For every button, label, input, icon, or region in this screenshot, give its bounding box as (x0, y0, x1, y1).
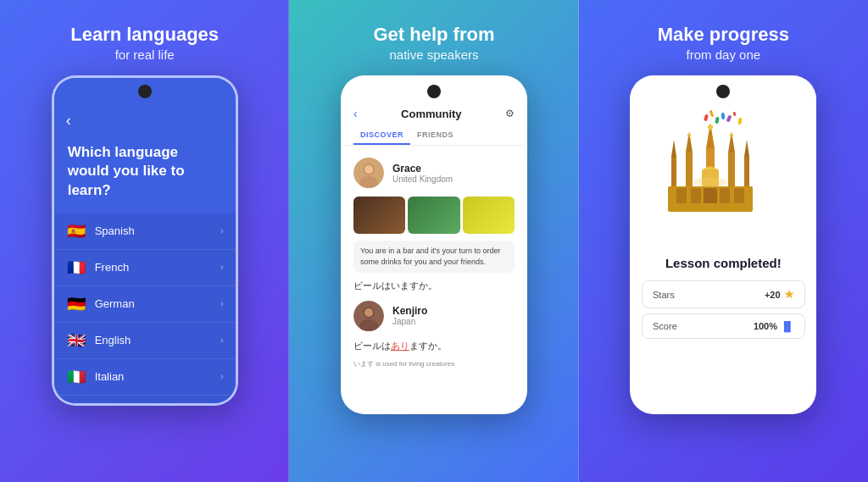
chevron-right-icon: › (220, 372, 223, 381)
language-item[interactable]: 🇮🇹 Italian › (54, 359, 236, 396)
lang-name: Spanish (95, 224, 221, 237)
phone1-inner: ‹ Which language would you like to learn… (54, 78, 236, 403)
svg-point-3 (364, 165, 373, 174)
filter-icon[interactable]: ⚙ (505, 108, 515, 119)
stars-value: +20 ★ (765, 288, 794, 301)
panel3-headline-bold: Make progress (658, 24, 789, 45)
phone-mockup-1: ‹ Which language would you like to learn… (52, 75, 238, 406)
language-item[interactable]: 🇩🇪 German › (54, 286, 236, 323)
tab-friends[interactable]: FRIENDS (410, 125, 460, 145)
stars-label: Stars (653, 290, 675, 300)
panel2-headline-bold: Get help (373, 24, 448, 45)
phone-mockup-3: Lesson completed! Stars +20 ★ Score 100%… (630, 75, 816, 414)
lang-name: French (95, 261, 221, 274)
back-arrow-icon[interactable]: ‹ (66, 112, 71, 130)
user-name-grace: Grace (392, 163, 453, 175)
svg-rect-21 (676, 188, 687, 203)
panel1-header: Learn languages for real life (53, 0, 236, 75)
tab-discover[interactable]: DISCOVER (353, 125, 410, 145)
photo-thumb-3 (463, 197, 515, 234)
lang-name: German (95, 297, 221, 310)
chevron-right-icon: › (220, 263, 223, 272)
language-item[interactable]: 🇯🇵 Japanese › (54, 396, 236, 407)
svg-rect-13 (728, 152, 735, 191)
user-row-kenjiro: Kenjiro Japan (343, 296, 525, 336)
user-info-grace: Grace United Kingdom (392, 163, 453, 184)
phone2-body: Grace United Kingdom You are in a bar an… (343, 146, 525, 412)
panel-community: Get help from native speakers ‹ Communit… (289, 0, 578, 482)
phone-mockup-2: ‹ Community ⚙ DISCOVER FRIENDS (341, 75, 527, 414)
japanese-line1: ビールはいますか。 (343, 276, 525, 296)
lang-flag: 🇯🇵 (66, 403, 86, 407)
language-item[interactable]: 🇪🇸 Spanish › (54, 213, 236, 250)
svg-rect-24 (734, 188, 744, 203)
svg-point-26 (693, 177, 727, 187)
lang-flag: 🇪🇸 (66, 221, 86, 241)
panel1-headline-bold: Learn languages (70, 24, 219, 45)
panel-learn-languages: Learn languages for real life ‹ Which la… (0, 0, 289, 482)
phone1-question: Which language would you like to learn? (54, 136, 236, 213)
panel3-header: Make progress from day one (641, 0, 806, 75)
user-loc-kenjiro: Japan (392, 317, 427, 326)
score-label: Score (653, 321, 677, 331)
svg-marker-16 (744, 140, 749, 157)
phone2-inner: ‹ Community ⚙ DISCOVER FRIENDS (343, 78, 525, 412)
photo-row (343, 193, 525, 237)
phone2-community-header: ‹ Community ⚙ (343, 102, 525, 125)
avatar-grace (353, 158, 384, 188)
score-value: 100% ▐▌ (754, 321, 794, 331)
photo-thumb-2 (408, 197, 459, 234)
star-icon: ★ (784, 288, 794, 301)
stars-card: Stars +20 ★ (642, 280, 805, 308)
building-illustration (655, 110, 791, 246)
phone-notch-3 (716, 85, 730, 98)
svg-rect-17 (744, 157, 749, 191)
chevron-right-icon: › (220, 335, 223, 345)
user-name-kenjiro: Kenjiro (392, 305, 427, 317)
community-title: Community (401, 108, 462, 120)
japanese-underline: あり (391, 341, 409, 351)
lang-flag: 🇫🇷 (66, 258, 86, 278)
svg-rect-22 (691, 188, 701, 203)
confetti (655, 110, 791, 136)
phone-notch-1 (138, 85, 152, 98)
lang-name: English (95, 334, 221, 346)
svg-rect-25 (704, 188, 717, 203)
svg-rect-15 (671, 157, 676, 191)
user-info-kenjiro: Kenjiro Japan (392, 305, 427, 326)
chevron-right-icon: › (220, 226, 223, 235)
community-tabs[interactable]: DISCOVER FRIENDS (343, 125, 525, 146)
panel3-headline-sub: from day one (658, 47, 789, 62)
japanese-line3: います is used for living creatures (343, 356, 525, 372)
phone3-inner: Lesson completed! Stars +20 ★ Score 100%… (632, 78, 814, 412)
panel2-headline-rest: from (453, 24, 495, 45)
svg-point-7 (364, 308, 373, 317)
panel2-headline-sub: native speakers (373, 47, 494, 62)
japanese-line2: ビールはありますか。 (343, 336, 525, 356)
score-card: Score 100% ▐▌ (642, 313, 805, 339)
panel-make-progress: Make progress from day one (579, 0, 868, 482)
phone1-back: ‹ (54, 105, 236, 136)
lang-name: Italian (95, 370, 221, 383)
lang-flag: 🇮🇹 (66, 367, 86, 387)
lang-flag: 🇬🇧 (66, 330, 86, 351)
phone-notch-2 (427, 85, 441, 98)
chevron-right-icon: › (220, 299, 223, 308)
language-list: 🇪🇸 Spanish › 🇫🇷 French › 🇩🇪 German › 🇬🇧 … (54, 213, 236, 407)
bar-chart-icon: ▐▌ (781, 321, 794, 331)
back-arrow-2[interactable]: ‹ (353, 107, 358, 120)
lesson-completed-title: Lesson completed! (665, 256, 782, 270)
avatar-kenjiro (353, 301, 384, 331)
panel1-headline-sub: for real life (70, 47, 219, 62)
svg-marker-14 (671, 140, 676, 157)
photo-thumb-1 (353, 197, 405, 234)
language-item[interactable]: 🇬🇧 English › (54, 323, 236, 359)
user-row-grace: Grace United Kingdom (343, 152, 525, 193)
lang-flag: 🇩🇪 (66, 294, 86, 314)
svg-rect-23 (720, 188, 730, 203)
svg-marker-20 (702, 166, 719, 169)
svg-rect-11 (686, 152, 693, 191)
chat-bubble: You are in a bar and it's your turn to o… (353, 241, 515, 272)
language-item[interactable]: 🇫🇷 French › (54, 250, 236, 286)
panel2-header: Get help from native speakers (356, 0, 511, 75)
